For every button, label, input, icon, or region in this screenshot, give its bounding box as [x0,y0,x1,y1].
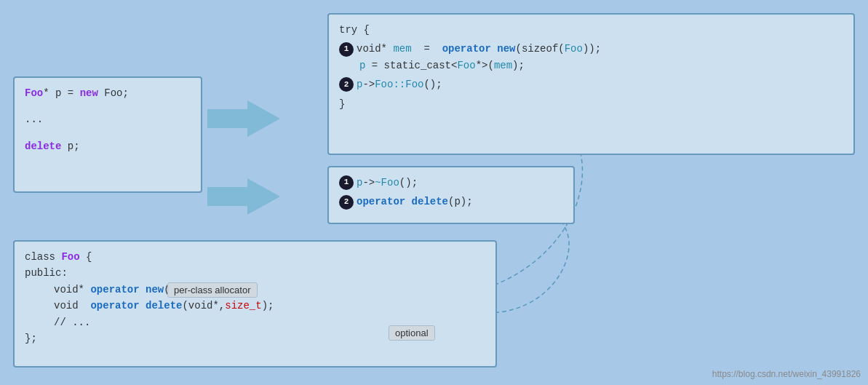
op-delete-decl-line: void operator delete(void*,size_t); [25,298,485,314]
dtor-name: ~Foo [375,175,399,191]
keyword-delete: delete [25,138,61,154]
bottom-code-box: class Foo { public: void* operator new(s… [13,240,497,368]
try-keyword: try { [339,22,370,38]
delete-close: ); [262,298,274,314]
dtor-line: 1 p->~Foo(); [339,175,563,191]
paren-close: )); [583,41,601,57]
op-delete-decl: operator delete [90,298,182,314]
operator-delete-kw: operator delete [357,194,448,210]
p-var: p [359,57,365,74]
ellipsis: ... [25,111,43,127]
operator-new-kw: operator new [442,41,516,57]
arrow-dtor: -> [362,175,375,191]
assign2: = static_cast< [365,57,457,74]
dtor-parens: (); [399,175,418,191]
close-brace: } [339,96,345,112]
code-text2: Foo; [98,85,129,101]
op-delete-line: 2 operator delete(p); [339,194,563,210]
class-brace: { [80,249,92,265]
void-text: void* [357,41,393,57]
foo-ref2: Foo [457,57,475,74]
arrow-1 [207,100,280,137]
foo-class-name: Foo [61,249,79,265]
delete-params: (void*, [182,298,225,314]
arrow-op: -> [362,76,375,92]
p-dtor: p [357,175,362,191]
left-code-box: Foo* p = new Foo; ... delete p; [13,76,202,193]
mem-var: mem [393,41,411,57]
public-line: public: [25,265,485,281]
code-line-1: Foo* p = new Foo; [25,85,191,101]
sizeof-text: (sizeof( [515,41,564,57]
code-line-3: delete p; [25,138,191,154]
void-star: void* [54,282,90,298]
static-cast-line: p = static_cast<Foo*>(mem); [339,57,843,74]
code-line-2: ... [25,111,191,127]
watermark: https://blog.csdn.net/weixin_43991826 [712,369,861,379]
badge-1: 1 [339,42,354,57]
top-right-code-box: try { 1 void* mem = operator new(sizeof(… [327,13,855,155]
code-p: p; [61,138,79,154]
op-new-decl: operator new [90,282,164,298]
badge-m1: 1 [339,175,354,190]
foo-ref: Foo [565,41,583,57]
middle-right-code-box: 1 p->~Foo(); 2 operator delete(p); [327,166,575,224]
try-line: try { [339,22,843,38]
comment-text: // ... [54,314,90,330]
foo-ctor-line: 2 p->Foo::Foo(); [339,76,843,92]
keyword-foo: Foo [25,85,43,101]
delete-parens: (p); [448,194,473,210]
void-kw: void [54,298,90,314]
ctor-parens: (); [423,76,442,92]
class-kw: class [25,249,61,265]
close-brace-line: } [339,96,843,112]
operator-new-line: 1 void* mem = operator new(sizeof(Foo)); [339,41,843,57]
badge-2: 2 [339,77,354,92]
per-class-allocator-label: per-class allocator [167,282,258,298]
svg-marker-2 [207,100,280,137]
cast-rest: *>( [476,57,494,74]
cast-close: ); [512,57,525,74]
code-text: * p = [43,85,79,101]
p-var2: p [357,76,362,92]
arrow-2 [207,178,280,215]
mem-ref: mem [494,57,512,74]
svg-marker-3 [207,178,280,215]
public-kw: public: [25,265,68,281]
close-class: }; [25,330,37,346]
equals: = [412,41,442,57]
class-line: class Foo { [25,249,485,265]
foo-ctor: Foo::Foo [375,76,423,92]
keyword-new: new [80,85,98,101]
size-t-param2: size_t [225,298,261,314]
badge-m2: 2 [339,195,354,210]
optional-label: optional [389,325,435,341]
